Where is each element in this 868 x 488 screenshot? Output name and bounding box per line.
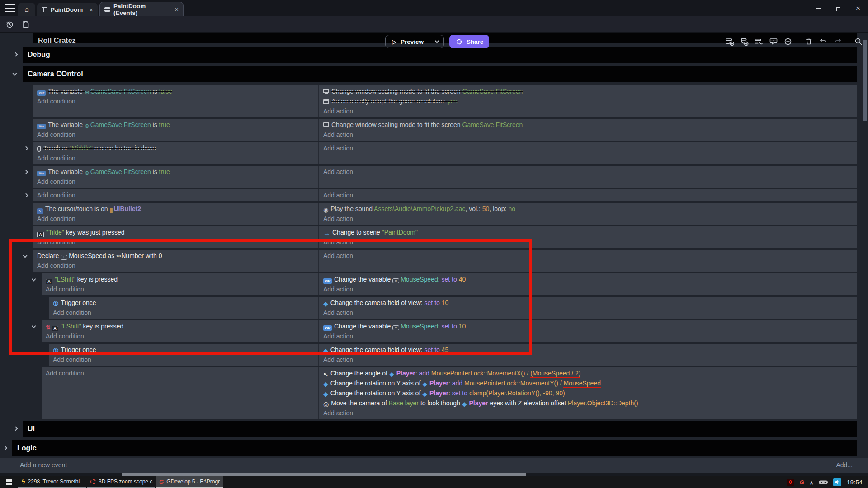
start-button[interactable] (0, 476, 18, 488)
action-line[interactable]: Change the rotation on Y axis of Player:… (319, 388, 857, 398)
save-button[interactable] (20, 19, 32, 30)
delete-button[interactable] (802, 36, 815, 48)
condition-line[interactable]: The variable GameSave.FitScreen is true (33, 167, 318, 177)
fold-chevron-icon[interactable] (14, 52, 18, 57)
action-line[interactable]: Change the camera field of view: set to … (319, 345, 857, 355)
add-event-button[interactable] (724, 36, 736, 48)
condition-line[interactable]: Touch or "Middle" mouse button is down (33, 143, 318, 153)
add-action-link[interactable]: Add action (319, 214, 857, 224)
add-condition-link[interactable]: Add condition (49, 355, 318, 365)
tray-expand-icon[interactable] (810, 479, 813, 486)
tray-digit-icon[interactable] (787, 479, 794, 486)
add-action-link[interactable]: Add action (319, 237, 857, 247)
add-action-link[interactable]: Add action (319, 284, 857, 294)
add-subevent-button[interactable] (738, 36, 750, 48)
condition-line[interactable]: Declare MouseSpeed as Number with 0 (33, 251, 318, 261)
add-condition-link[interactable]: Add condition (33, 214, 318, 224)
volume-icon[interactable] (833, 478, 841, 486)
add-condition-link[interactable]: Add condition (42, 284, 318, 294)
condition-line[interactable]: The variable GameSave.FitScreen is false (33, 86, 318, 96)
add-condition-link[interactable]: Add condition (33, 96, 318, 106)
close-button[interactable]: × (848, 0, 868, 16)
add-action-link[interactable]: Add action (319, 251, 857, 261)
minimize-button[interactable] (808, 0, 828, 16)
add-condition-link[interactable]: Add condition (33, 153, 318, 163)
add-condition-link[interactable]: Add condition (33, 261, 318, 271)
add-more-button[interactable]: Add... (836, 461, 853, 469)
fold-chevron-icon[interactable] (23, 253, 28, 258)
close-tab-icon[interactable]: × (89, 6, 93, 14)
action-line[interactable]: Automatically adapt the game resolution:… (319, 96, 857, 106)
add-action-link[interactable]: Add action (319, 190, 857, 200)
fold-chevron-icon[interactable] (13, 71, 17, 76)
vertical-scrollbar[interactable] (863, 33, 867, 471)
preview-label: Preview (401, 38, 424, 45)
fold-chevron-icon[interactable] (14, 427, 18, 431)
fold-chevron-icon[interactable] (3, 446, 8, 450)
add-condition-link[interactable]: Add condition (42, 331, 318, 341)
add-condition-link[interactable]: Add condition (33, 237, 318, 247)
gdevelop-tray-icon[interactable] (800, 479, 804, 486)
action-line[interactable]: Play the sound Assets\Audio\AmmoPickup2.… (319, 204, 857, 214)
add-condition-link[interactable]: Add condition (33, 130, 318, 140)
add-action-link[interactable]: Add action (319, 308, 857, 318)
group-header-logic[interactable]: Logic (12, 440, 857, 456)
redo-button[interactable] (831, 36, 844, 48)
vertical-scrollbar-thumb[interactable] (863, 40, 867, 121)
condition-line[interactable]: The variable GameSave.FitScreen is true (33, 120, 318, 130)
share-button[interactable]: Share (449, 35, 489, 48)
add-action-link[interactable]: Add action (319, 130, 857, 140)
add-other-events-button[interactable] (753, 36, 765, 48)
add-condition-link[interactable]: Add condition (33, 190, 318, 200)
add-condition-link[interactable]: Add condition (49, 308, 318, 318)
tab-paintdoom-events[interactable]: PaintDoom (Events) × (99, 2, 184, 16)
gamepad-icon[interactable] (819, 479, 828, 485)
event-text: key was just pressed (64, 229, 125, 236)
add-action-link[interactable]: Add action (319, 355, 857, 365)
choose-event-button[interactable] (782, 36, 794, 48)
condition-line[interactable]: "Tilde" key was just pressed (33, 227, 318, 237)
condition-line[interactable]: "LShift" key is pressed (42, 321, 318, 331)
action-line[interactable]: Change window scaling mode to fit the sc… (319, 86, 857, 96)
action-line[interactable]: Change the variable MouseSpeed: set to 4… (319, 274, 857, 284)
tab-home[interactable]: ⌂ (18, 3, 35, 16)
add-action-link[interactable]: Add action (319, 408, 857, 418)
group-header-camera-control[interactable]: Camera COntrol (23, 66, 857, 82)
group-header-debug[interactable]: Debug (23, 47, 857, 63)
action-line[interactable]: Change to scene "PaintDoom" (319, 227, 857, 237)
horizontal-scrollbar-thumb[interactable] (122, 473, 526, 476)
add-action-link[interactable]: Add action (319, 106, 857, 116)
add-action-link[interactable]: Add action (319, 167, 857, 177)
taskbar-item-gdevelop[interactable]: GDevelop 5 - E:\Progr... (156, 476, 223, 488)
condition-line[interactable]: Trigger once (49, 298, 318, 308)
group-header-ui[interactable]: UI (23, 421, 857, 437)
action-line[interactable]: Change window scaling mode to fit the sc… (319, 120, 857, 130)
restore-button[interactable] (828, 0, 848, 16)
action-line[interactable]: Change the rotation on Y axis of Player:… (319, 378, 857, 388)
action-line[interactable]: Change the camera field of view: set to … (319, 298, 857, 308)
condition-line[interactable]: Trigger once (49, 345, 318, 355)
horizontal-scrollbar[interactable] (0, 473, 868, 476)
add-comment-button[interactable] (767, 36, 779, 48)
history-button[interactable] (4, 19, 15, 30)
action-line[interactable]: Change the variable MouseSpeed: set to 1… (319, 321, 857, 331)
action-line[interactable]: Move the camera of Base layer to look th… (319, 398, 857, 408)
taskbar-item-winamp[interactable]: 2298. Trevor Somethi... (18, 476, 86, 488)
preview-dropdown-button[interactable] (430, 35, 443, 48)
add-condition-link[interactable]: Add condition (33, 177, 318, 187)
condition-line[interactable]: "LShift" key is pressed (42, 274, 318, 284)
taskbar-item-scope[interactable]: 3D FPS zoom scope c... (87, 476, 155, 488)
tab-paintdoom-scene[interactable]: PaintDoom × (37, 3, 98, 16)
add-condition-link[interactable]: Add condition (42, 368, 318, 378)
add-action-link[interactable]: Add action (319, 331, 857, 341)
undo-button[interactable] (817, 36, 829, 48)
action-line[interactable]: Change the angle of Player: add MousePoi… (319, 368, 857, 378)
hamburger-menu-icon[interactable] (5, 4, 15, 12)
preview-button[interactable]: ▷ Preview (386, 35, 430, 48)
close-tab-icon[interactable]: × (175, 5, 179, 13)
add-new-event-link[interactable]: Add a new event (20, 461, 67, 469)
search-button[interactable] (852, 36, 864, 48)
share-label: Share (467, 38, 484, 45)
condition-line[interactable]: The cursor/touch is on UIBullet2 (33, 204, 318, 214)
add-action-link[interactable]: Add action (319, 143, 857, 153)
